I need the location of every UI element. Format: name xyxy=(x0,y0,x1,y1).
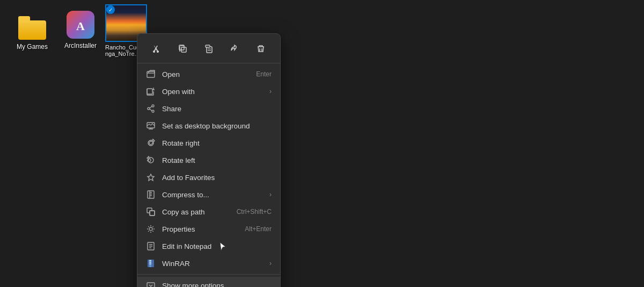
open-icon xyxy=(146,69,156,79)
desktop-icon-label: ArcInstaller xyxy=(64,42,97,49)
rotate-right-icon xyxy=(146,138,156,148)
compress-icon xyxy=(146,190,156,199)
svg-text:A: A xyxy=(76,19,85,33)
svg-point-11 xyxy=(148,107,150,110)
open-with-arrow: › xyxy=(269,88,272,95)
svg-rect-16 xyxy=(148,191,154,198)
properties-label: Properties xyxy=(162,225,238,233)
svg-marker-15 xyxy=(148,174,154,181)
menu-item-winrar[interactable]: WinRAR › xyxy=(137,255,280,272)
desktop-icon-label: My Games xyxy=(17,43,48,51)
folder-icon xyxy=(18,16,46,40)
properties-shortcut: Alt+Enter xyxy=(245,225,272,233)
open-label: Open xyxy=(162,70,250,78)
menu-item-add-favorites[interactable]: Add to Favorites xyxy=(137,169,280,186)
svg-rect-3 xyxy=(207,47,212,53)
menu-item-share[interactable]: Share xyxy=(137,100,280,117)
svg-point-24 xyxy=(149,227,152,231)
winrar-label: WinRAR xyxy=(162,260,261,268)
svg-point-10 xyxy=(152,110,154,112)
copy-path-label: Copy as path xyxy=(162,208,230,216)
show-more-label: Show more options xyxy=(162,282,272,288)
svg-rect-4 xyxy=(206,45,210,47)
open-shortcut: Enter xyxy=(256,70,272,78)
compress-to-arrow: › xyxy=(269,191,272,198)
menu-item-edit-notepad[interactable]: Edit in Notepad xyxy=(137,238,280,255)
properties-icon xyxy=(146,224,156,234)
rotate-left-label: Rotate left xyxy=(162,156,272,164)
menu-item-compress-to[interactable]: Compress to... › xyxy=(137,186,280,203)
open-with-icon xyxy=(146,87,156,96)
paste-button[interactable] xyxy=(200,40,217,58)
rotate-left-icon xyxy=(146,155,156,165)
context-toolbar xyxy=(137,37,280,63)
share-toolbar-button[interactable] xyxy=(226,40,243,58)
desktop-bg-icon xyxy=(146,121,156,131)
menu-item-copy-path[interactable]: Copy as path Ctrl+Shift+C xyxy=(137,203,280,220)
copy-path-shortcut: Ctrl+Shift+C xyxy=(237,208,272,216)
context-menu: Open Enter Open with › Share xyxy=(137,33,281,287)
svg-rect-7 xyxy=(147,71,155,77)
svg-rect-8 xyxy=(147,89,152,94)
menu-item-show-more[interactable]: Show more options xyxy=(137,277,280,287)
desktop-icon-arcinstaller[interactable]: A ArcInstaller xyxy=(59,11,102,49)
menu-item-open[interactable]: Open Enter xyxy=(137,66,280,83)
menu-item-rotate-left[interactable]: Rotate left xyxy=(137,152,280,169)
rotate-right-label: Rotate right xyxy=(162,139,272,147)
show-more-icon xyxy=(146,281,156,287)
delete-button[interactable] xyxy=(252,40,269,58)
menu-item-properties[interactable]: Properties Alt+Enter xyxy=(137,220,280,238)
favorites-icon xyxy=(146,173,156,182)
selection-badge: ✓ xyxy=(106,5,115,14)
svg-line-12 xyxy=(150,106,152,108)
compress-to-label: Compress to... xyxy=(162,191,261,199)
set-desktop-bg-label: Set as desktop background xyxy=(162,122,272,130)
winrar-icon xyxy=(146,259,156,268)
share-icon xyxy=(146,104,156,113)
menu-item-set-desktop-bg[interactable]: Set as desktop background xyxy=(137,117,280,134)
desktop-icon-my-games[interactable]: My Games xyxy=(11,16,54,51)
notepad-icon xyxy=(146,241,156,251)
menu-item-rotate-right[interactable]: Rotate right xyxy=(137,134,280,152)
open-with-label: Open with xyxy=(162,88,261,96)
edit-notepad-label: Edit in Notepad xyxy=(162,242,272,250)
copy-path-icon xyxy=(146,207,156,217)
cut-button[interactable] xyxy=(148,40,165,58)
share-label: Share xyxy=(162,105,272,113)
winrar-arrow: › xyxy=(269,260,272,267)
arc-icon: A xyxy=(67,11,94,39)
add-favorites-label: Add to Favorites xyxy=(162,174,272,182)
menu-item-open-with[interactable]: Open with › xyxy=(137,83,280,100)
svg-point-9 xyxy=(152,105,154,107)
copy-button[interactable] xyxy=(174,40,192,58)
svg-rect-22 xyxy=(150,211,155,216)
menu-divider xyxy=(137,274,280,275)
svg-line-13 xyxy=(150,109,152,111)
